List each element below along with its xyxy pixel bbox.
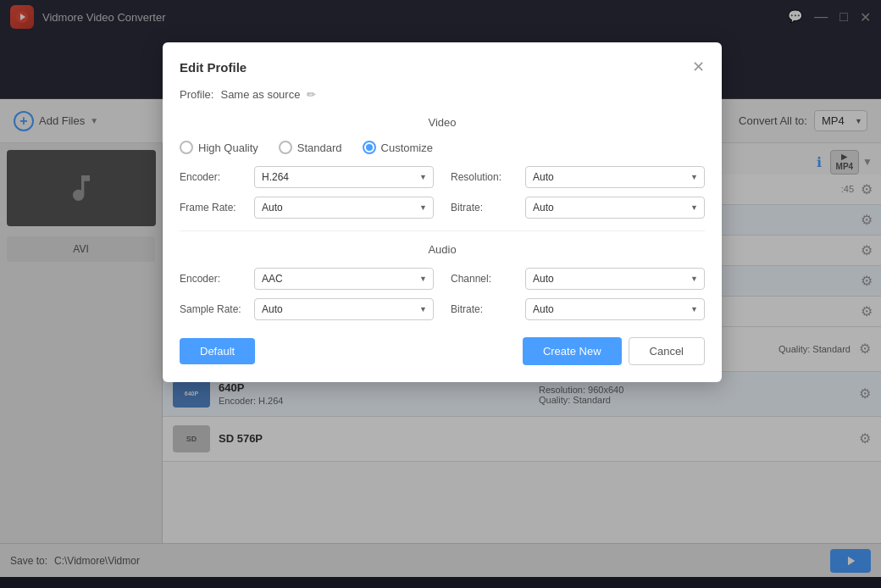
audio-section-label: Audio [180, 243, 705, 256]
resolution-label: Resolution: [451, 171, 518, 183]
quality-customize[interactable]: Customize [363, 141, 433, 154]
edit-profile-modal: Edit Profile ✕ Profile: Same as source ✏… [163, 42, 722, 382]
create-new-button[interactable]: Create New [523, 337, 622, 365]
framerate-select[interactable]: Auto 24 30 [254, 197, 434, 219]
audio-bitrate-label: Bitrate: [451, 303, 518, 315]
video-section-label: Video [180, 116, 705, 129]
video-encoder-label: Encoder: [180, 171, 247, 183]
quality-standard[interactable]: Standard [279, 141, 342, 154]
resolution-select-wrap: Auto 1920x1080 [525, 166, 705, 188]
video-encoder-select-wrap: H.264 H.265 [254, 166, 434, 188]
quality-high[interactable]: High Quality [180, 141, 258, 154]
radio-standard [279, 141, 292, 154]
video-bitrate-select[interactable]: Auto 1000k [525, 197, 705, 219]
video-bitrate-label: Bitrate: [451, 202, 518, 214]
video-encoder-row: Encoder: H.264 H.265 [180, 166, 434, 188]
profile-field-value: Same as source [220, 88, 300, 101]
radio-high [180, 141, 193, 154]
video-encoder-select[interactable]: H.264 H.265 [254, 166, 434, 188]
audio-encoder-select-wrap: AAC MP3 [254, 268, 434, 290]
video-fields-grid: Encoder: H.264 H.265 Resolution: Auto 19… [180, 166, 705, 219]
radio-customize [363, 141, 376, 154]
channel-row: Channel: Auto Stereo [451, 268, 705, 290]
framerate-select-wrap: Auto 24 30 [254, 197, 434, 219]
quality-standard-label: Standard [297, 141, 342, 154]
quality-customize-label: Customize [381, 141, 433, 154]
channel-label: Channel: [451, 273, 518, 285]
framerate-label: Frame Rate: [180, 202, 247, 214]
video-bitrate-row: Bitrate: Auto 1000k [451, 197, 705, 219]
audio-encoder-label: Encoder: [180, 273, 247, 285]
profile-row: Profile: Same as source ✏ [180, 88, 705, 101]
audio-encoder-select[interactable]: AAC MP3 [254, 268, 434, 290]
modal-title: Edit Profile [180, 60, 247, 75]
samplerate-select[interactable]: Auto 44100 [254, 298, 434, 320]
audio-encoder-row: Encoder: AAC MP3 [180, 268, 434, 290]
samplerate-row: Sample Rate: Auto 44100 [180, 298, 434, 320]
modal-footer: Default Create New Cancel [180, 337, 705, 365]
channel-select-wrap: Auto Stereo [525, 268, 705, 290]
resolution-select[interactable]: Auto 1920x1080 [525, 166, 705, 188]
default-button[interactable]: Default [180, 338, 255, 364]
resolution-row: Resolution: Auto 1920x1080 [451, 166, 705, 188]
quality-high-label: High Quality [198, 141, 258, 154]
profile-field-label: Profile: [180, 88, 213, 101]
audio-bitrate-row: Bitrate: Auto 128k [451, 298, 705, 320]
samplerate-label: Sample Rate: [180, 303, 247, 315]
video-bitrate-select-wrap: Auto 1000k [525, 197, 705, 219]
cancel-button[interactable]: Cancel [629, 337, 705, 365]
divider [180, 230, 705, 231]
channel-select[interactable]: Auto Stereo [525, 268, 705, 290]
modal-header: Edit Profile ✕ [180, 59, 705, 75]
samplerate-select-wrap: Auto 44100 [254, 298, 434, 320]
modal-overlay: Edit Profile ✕ Profile: Same as source ✏… [0, 0, 881, 588]
audio-bitrate-select-wrap: Auto 128k [525, 298, 705, 320]
framerate-row: Frame Rate: Auto 24 30 [180, 197, 434, 219]
profile-edit-icon[interactable]: ✏ [307, 88, 316, 101]
video-quality-options: High Quality Standard Customize [180, 141, 705, 154]
audio-bitrate-select[interactable]: Auto 128k [525, 298, 705, 320]
footer-right-buttons: Create New Cancel [523, 337, 705, 365]
audio-fields-grid: Encoder: AAC MP3 Channel: Auto Stereo [180, 268, 705, 320]
modal-close-button[interactable]: ✕ [692, 59, 705, 75]
